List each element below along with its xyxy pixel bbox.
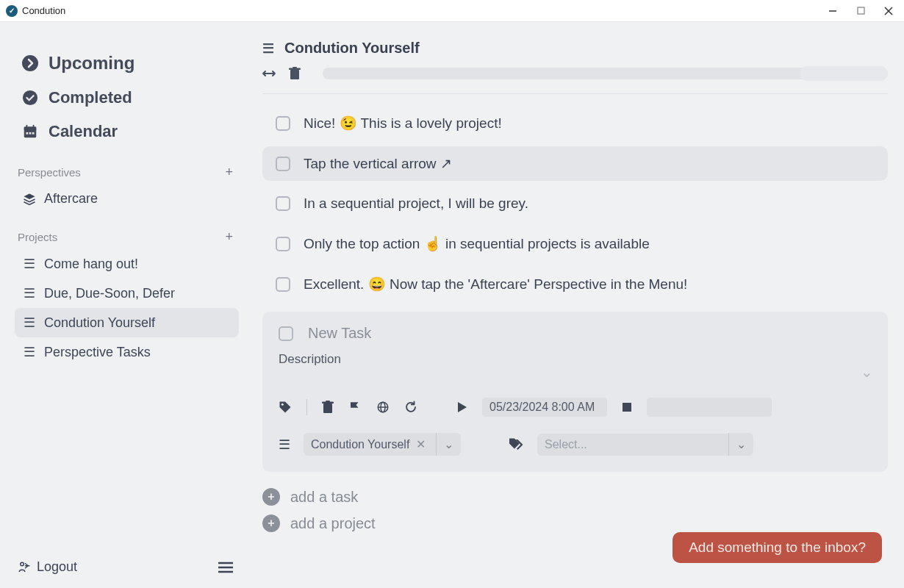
new-task-checkbox[interactable]: [279, 326, 293, 341]
menu-button[interactable]: [218, 562, 233, 573]
close-button[interactable]: [883, 6, 894, 16]
list-icon: ☰: [22, 285, 37, 301]
svg-rect-1: [858, 7, 864, 14]
sequential-toggle-icon[interactable]: [262, 69, 276, 78]
list-icon: ☰: [22, 344, 37, 360]
task-checkbox[interactable]: [276, 157, 290, 171]
add-project-label: add a project: [290, 515, 376, 532]
sidebar: Upcoming Completed Calendar Perspectives…: [0, 22, 246, 588]
plus-circle-icon: +: [262, 514, 280, 532]
task-text: Nice! 😉 This is a lovely project!: [304, 115, 502, 132]
task-text: In a sequential project, I will be grey.: [304, 196, 528, 212]
chevron-right-circle-icon: [21, 54, 40, 73]
maximize-button[interactable]: [855, 6, 866, 16]
play-icon[interactable]: [457, 401, 467, 413]
project-item-2[interactable]: ☰ Condution Yourself: [15, 308, 239, 337]
perspective-item-aftercare[interactable]: Aftercare: [15, 184, 239, 213]
project-item-label: Perspective Tasks: [44, 345, 151, 360]
task-checkbox[interactable]: [276, 277, 290, 292]
window-title: Condution: [22, 5, 65, 16]
tag-select-placeholder: Select...: [545, 438, 587, 451]
chevron-down-icon[interactable]: ⌄: [728, 433, 753, 456]
svg-point-20: [281, 404, 284, 406]
inbox-quick-add[interactable]: Add something to the inbox?: [672, 532, 882, 563]
add-project-button[interactable]: +: [225, 229, 233, 245]
project-item-label: Come hang out!: [44, 257, 138, 272]
project-item-label: Condution Yourself: [44, 315, 155, 331]
nav-upcoming[interactable]: Upcoming: [15, 46, 239, 81]
minimize-button[interactable]: [828, 6, 838, 16]
svg-rect-10: [26, 132, 29, 135]
nav-completed-label: Completed: [49, 88, 132, 107]
add-perspective-button[interactable]: +: [225, 165, 233, 180]
window-controls: [828, 6, 898, 16]
progress-handle[interactable]: [800, 66, 888, 81]
flag-icon[interactable]: [348, 401, 362, 414]
stop-icon[interactable]: [622, 402, 632, 412]
task-checkbox[interactable]: [276, 237, 290, 251]
delete-project-icon[interactable]: [289, 67, 301, 80]
chevron-down-icon[interactable]: ⌄: [436, 433, 461, 456]
list-icon: ☰: [279, 437, 290, 453]
add-subproject-button[interactable]: + add a project: [262, 514, 888, 532]
svg-rect-11: [29, 132, 32, 135]
app-logo-icon: [6, 5, 18, 17]
nav-calendar[interactable]: Calendar: [15, 115, 239, 148]
nav-primary: Upcoming Completed Calendar: [15, 46, 239, 148]
list-icon: ☰: [22, 315, 37, 331]
task-row[interactable]: Excellent. 😄 Now tap the 'Aftercare' Per…: [262, 267, 888, 301]
main-panel: ☰ Condution Yourself Nice! 😉 This is a l…: [246, 22, 904, 588]
svg-point-13: [21, 562, 24, 566]
new-task-card: New Task Description ⌄: [262, 312, 888, 472]
perspectives-header: Perspectives +: [18, 165, 233, 180]
add-task-button[interactable]: + add a task: [262, 488, 888, 506]
task-row[interactable]: In a sequential project, I will be grey.: [262, 187, 888, 220]
tag-icon[interactable]: [279, 401, 292, 414]
project-toolbar: [262, 67, 888, 80]
task-list: Nice! 😉 This is a lovely project! Tap th…: [262, 106, 888, 301]
logout-label: Logout: [37, 559, 77, 575]
task-checkbox[interactable]: [276, 196, 290, 211]
project-select-value: Condution Yourself: [311, 438, 409, 451]
separator: [306, 399, 307, 415]
logout-button[interactable]: Logout: [18, 559, 77, 575]
trash-icon[interactable]: [322, 401, 334, 414]
projects-header: Projects +: [18, 229, 233, 245]
plus-circle-icon: +: [262, 488, 280, 506]
task-row[interactable]: Nice! 😉 This is a lovely project!: [262, 106, 888, 140]
calendar-icon: [21, 122, 40, 141]
svg-rect-21: [323, 404, 332, 413]
task-text: Only the top action ☝️ in sequential pro…: [304, 235, 650, 252]
due-date-input[interactable]: [647, 398, 772, 417]
task-checkbox[interactable]: [276, 116, 290, 131]
sidebar-footer: Logout: [15, 553, 239, 581]
layers-icon: [22, 193, 37, 206]
progress-bar[interactable]: [323, 68, 888, 79]
project-item-3[interactable]: ☰ Perspective Tasks: [15, 337, 239, 367]
perspective-item-label: Aftercare: [44, 191, 98, 207]
new-task-title-input[interactable]: New Task: [308, 325, 371, 342]
new-task-toolbar: 05/23/2024 8:00 AM: [279, 398, 872, 417]
nav-upcoming-label: Upcoming: [49, 53, 134, 74]
svg-rect-17: [290, 70, 299, 79]
new-task-header: New Task: [279, 325, 872, 342]
project-item-0[interactable]: ☰ Come hang out!: [15, 249, 239, 279]
list-icon: ☰: [262, 40, 274, 57]
clear-project-button[interactable]: ✕: [413, 437, 428, 451]
globe-icon[interactable]: [376, 401, 390, 414]
project-header: ☰ Condution Yourself: [262, 40, 888, 57]
svg-point-5: [23, 90, 37, 105]
collapse-icon[interactable]: ⌄: [861, 363, 873, 381]
new-task-description-input[interactable]: Description: [279, 352, 872, 367]
task-row[interactable]: Tap the vertical arrow ↗: [262, 146, 888, 181]
start-date-input[interactable]: 05/23/2024 8:00 AM: [482, 398, 607, 417]
tag-select[interactable]: Select... ⌄: [537, 433, 753, 456]
titlebar: Condution: [0, 0, 904, 22]
svg-point-4: [22, 55, 38, 71]
nav-completed[interactable]: Completed: [15, 81, 239, 115]
task-row[interactable]: Only the top action ☝️ in sequential pro…: [262, 226, 888, 261]
repeat-icon[interactable]: [404, 401, 417, 414]
svg-rect-12: [32, 132, 35, 135]
project-item-1[interactable]: ☰ Due, Due-Soon, Defer: [15, 279, 239, 308]
project-select[interactable]: Condution Yourself ✕ ⌄: [304, 433, 461, 456]
